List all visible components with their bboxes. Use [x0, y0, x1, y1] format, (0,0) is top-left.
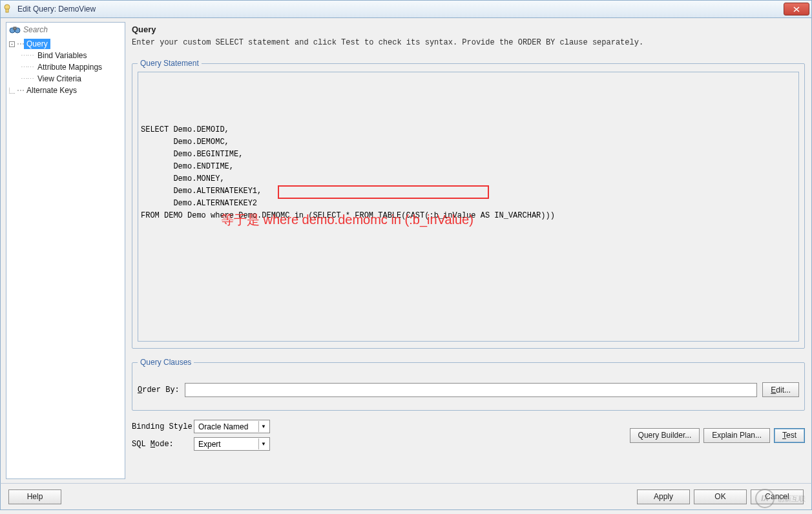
tree-node-bind-variables[interactable]: Bind Variables	[21, 50, 122, 61]
svg-rect-1	[6, 9, 8, 12]
search-input[interactable]	[23, 25, 122, 34]
query-clauses-fieldset: Query Clauses Order By: EEdit...dit...	[132, 358, 805, 411]
close-button[interactable]	[784, 3, 809, 15]
tree-node-attribute-mappings[interactable]: Attribute Mappings	[21, 61, 122, 73]
apply-button[interactable]: Apply	[637, 489, 690, 504]
binoculars-icon	[9, 25, 21, 34]
sidebar: -⋯Query Bind Variables Attribute Mapping…	[6, 22, 125, 479]
sql-mode-label: SQL Mode:	[132, 440, 194, 449]
sql-text[interactable]: SELECT Demo.DEMOID, Demo.DEMOMC, Demo.BE…	[141, 124, 796, 222]
instruction-text: Enter your custom SELECT statement and c…	[132, 38, 805, 47]
query-statement-legend: Query Statement	[138, 59, 202, 68]
edit-order-by-button[interactable]: EEdit...dit...	[762, 382, 799, 397]
search-row	[9, 25, 122, 34]
bottom-controls: Binding Style: Oracle Named ▼ SQL Mode: …	[132, 420, 805, 451]
cancel-button[interactable]: Cancel	[751, 489, 804, 504]
order-by-label: Order By:	[138, 386, 180, 395]
tree-label-query[interactable]: Query	[24, 39, 50, 49]
tree-node-query[interactable]: -⋯Query	[9, 38, 122, 50]
help-button[interactable]: Help	[8, 489, 61, 504]
binding-style-label: Binding Style:	[132, 422, 194, 431]
app-icon	[3, 4, 14, 14]
content: Query Enter your custom SELECT statement…	[128, 18, 811, 483]
window-title: Edit Query: DemoView	[17, 5, 96, 14]
nav-tree: -⋯Query Bind Variables Attribute Mapping…	[9, 38, 122, 96]
binding-style-dropdown[interactable]: Oracle Named ▼	[194, 420, 270, 433]
footer: Help Apply OK Cancel	[0, 483, 812, 510]
tree-toggle[interactable]: -	[9, 41, 15, 47]
chevron-down-icon: ▼	[258, 438, 268, 449]
query-textarea[interactable]: SELECT Demo.DEMOID, Demo.DEMOMC, Demo.BE…	[138, 72, 799, 342]
ok-button[interactable]: OK	[694, 489, 747, 504]
svg-rect-4	[14, 27, 16, 30]
query-statement-fieldset: Query Statement SELECT Demo.DEMOID, Demo…	[132, 59, 805, 349]
tree-node-alternate-keys[interactable]: ⋯Alternate Keys	[9, 85, 122, 96]
main-body: -⋯Query Bind Variables Attribute Mapping…	[0, 18, 812, 483]
explain-plan-button[interactable]: Explain Plan...	[703, 428, 770, 443]
page-title: Query	[132, 25, 805, 34]
order-by-input[interactable]	[185, 383, 757, 397]
chevron-down-icon: ▼	[258, 421, 268, 432]
sql-mode-dropdown[interactable]: Expert ▼	[194, 437, 270, 451]
tree-node-view-criteria[interactable]: View Criteria	[21, 73, 122, 85]
titlebar: Edit Query: DemoView	[0, 0, 812, 18]
test-button[interactable]: Test	[774, 428, 805, 443]
query-clauses-legend: Query Clauses	[138, 358, 194, 367]
query-builder-button[interactable]: Query Builder...	[630, 428, 700, 443]
